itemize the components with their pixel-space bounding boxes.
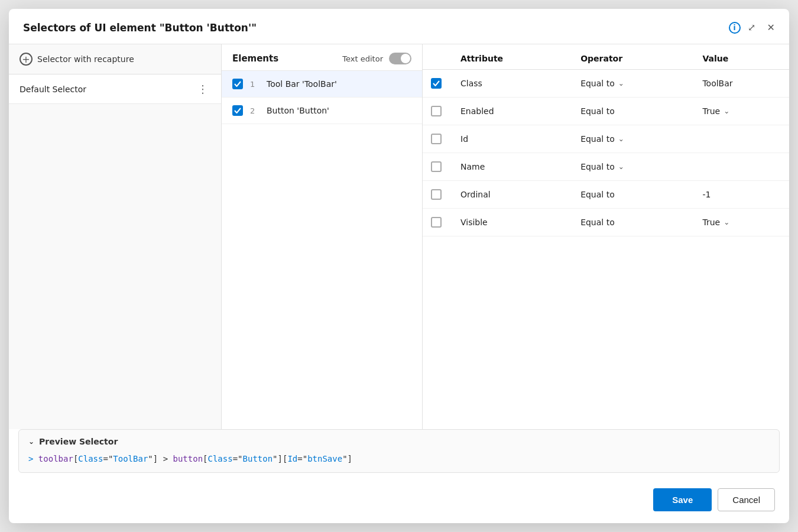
table-row: VisibleEqual toTrue⌄ <box>423 209 789 236</box>
right-panel: Attribute Operator Value ClassEqual to⌄T… <box>423 44 789 429</box>
attr-checkbox-cell <box>423 125 452 153</box>
mid-panel-header: Elements Text editor <box>222 44 422 71</box>
attr-operator: Equal to <box>572 209 694 236</box>
attr-value: True⌄ <box>694 98 789 125</box>
attr-name: Name <box>452 153 572 181</box>
attr-name: Enabled <box>452 98 572 125</box>
close-icon[interactable]: ✕ <box>765 20 777 35</box>
attr-operator: Equal to <box>572 98 694 125</box>
element-label: Button 'Button' <box>267 106 329 115</box>
main-dialog: Selectors of UI element "Button 'Button'… <box>9 9 789 523</box>
table-row: EnabledEqual toTrue⌄ <box>423 98 789 125</box>
attr-operator: Equal to⌄ <box>572 153 694 181</box>
operator-chevron-icon[interactable]: ⌄ <box>618 163 624 171</box>
attr-checkbox-cell <box>423 98 452 125</box>
preview-box: ⌄ Preview Selector > toolbar[Class="Tool… <box>18 429 780 473</box>
preview-chevron-icon: ⌄ <box>28 437 34 446</box>
operator-text: Equal to <box>580 162 615 171</box>
preview-toggle-row[interactable]: ⌄ Preview Selector <box>28 437 770 446</box>
attr-operator: Equal to⌄ <box>572 70 694 98</box>
attr-value <box>694 125 789 153</box>
col-checkbox <box>423 44 452 70</box>
text-editor-label: Text editor <box>342 54 383 63</box>
dialog-title: Selectors of UI element "Button 'Button'… <box>23 22 724 34</box>
selector-item-label: Default Selector <box>20 85 195 94</box>
value-text: True <box>702 106 720 116</box>
attr-value: True⌄ <box>694 209 789 236</box>
attr-operator: Equal to <box>572 181 694 209</box>
left-panel: + Selector with recapture Default Select… <box>9 44 222 429</box>
operator-text: Equal to <box>580 134 615 144</box>
preview-label: Preview Selector <box>39 437 118 446</box>
attr-checkbox[interactable] <box>431 106 442 116</box>
col-operator: Operator <box>572 44 694 70</box>
operator-text: Equal to <box>580 190 615 199</box>
plus-circle-icon: + <box>20 53 33 66</box>
save-button[interactable]: Save <box>653 488 712 511</box>
attr-checkbox[interactable] <box>431 134 442 144</box>
element-label: Tool Bar 'ToolBar' <box>267 79 337 89</box>
add-selector-label: Selector with recapture <box>37 54 134 64</box>
attr-checkbox[interactable] <box>431 161 442 172</box>
elements-list: 1Tool Bar 'ToolBar'2Button 'Button' <box>222 71 422 124</box>
mid-panel: Elements Text editor 1Tool Bar 'ToolBar'… <box>222 44 423 429</box>
dialog-footer-area: ⌄ Preview Selector > toolbar[Class="Tool… <box>9 429 789 523</box>
attributes-tbody: ClassEqual to⌄ToolBarEnabledEqual toTrue… <box>423 70 789 236</box>
table-row: NameEqual to⌄ <box>423 153 789 181</box>
element-checkbox[interactable] <box>232 79 243 89</box>
dialog-footer: Save Cancel <box>9 482 789 523</box>
info-icon[interactable]: i <box>729 22 741 34</box>
attr-checkbox[interactable] <box>431 78 442 89</box>
value-text: -1 <box>702 190 711 199</box>
attr-name: Id <box>452 125 572 153</box>
toggle-knob <box>401 54 410 63</box>
expand-icon[interactable]: ⤢ <box>745 20 758 35</box>
table-row: OrdinalEqual to-1 <box>423 181 789 209</box>
attributes-table: Attribute Operator Value ClassEqual to⌄T… <box>423 44 789 236</box>
element-number: 1 <box>250 80 259 89</box>
header-actions: ⤢ ✕ <box>745 20 777 35</box>
operator-text: Equal to <box>580 106 615 116</box>
operator-chevron-icon[interactable]: ⌄ <box>618 135 624 143</box>
operator-chevron-icon[interactable]: ⌄ <box>618 79 624 87</box>
attr-checkbox-cell <box>423 153 452 181</box>
text-editor-toggle[interactable] <box>389 53 411 64</box>
attr-name: Ordinal <box>452 181 572 209</box>
preview-code: > toolbar[Class="ToolBar"] > button[Clas… <box>28 452 770 465</box>
element-item[interactable]: 2Button 'Button' <box>222 98 422 124</box>
attr-value: -1 <box>694 181 789 209</box>
attr-value <box>694 153 789 181</box>
cancel-button[interactable]: Cancel <box>718 488 775 511</box>
attr-checkbox-cell <box>423 209 452 236</box>
attr-checkbox-cell <box>423 181 452 209</box>
three-dots-menu[interactable]: ⋮ <box>195 83 210 95</box>
selector-item[interactable]: Default Selector ⋮ <box>9 74 221 104</box>
attr-name: Class <box>452 70 572 98</box>
value-chevron-icon[interactable]: ⌄ <box>724 107 729 115</box>
attr-checkbox[interactable] <box>431 189 442 200</box>
attr-value: ToolBar <box>694 70 789 98</box>
table-row: ClassEqual to⌄ToolBar <box>423 70 789 98</box>
element-item[interactable]: 1Tool Bar 'ToolBar' <box>222 71 422 98</box>
table-row: IdEqual to⌄ <box>423 125 789 153</box>
operator-text: Equal to <box>580 79 615 88</box>
col-attribute: Attribute <box>452 44 572 70</box>
attr-name: Visible <box>452 209 572 236</box>
text-editor-row: Text editor <box>342 53 411 64</box>
dialog-body: + Selector with recapture Default Select… <box>9 44 789 429</box>
element-number: 2 <box>250 106 259 115</box>
value-text: True <box>702 218 720 227</box>
attr-checkbox-cell <box>423 70 452 98</box>
add-selector-button[interactable]: + Selector with recapture <box>9 44 221 74</box>
value-chevron-icon[interactable]: ⌄ <box>724 218 729 226</box>
dialog-header: Selectors of UI element "Button 'Button'… <box>9 9 789 44</box>
attr-operator: Equal to⌄ <box>572 125 694 153</box>
col-value: Value <box>694 44 789 70</box>
elements-title: Elements <box>232 53 278 64</box>
attr-checkbox[interactable] <box>431 217 442 228</box>
operator-text: Equal to <box>580 218 615 227</box>
element-checkbox[interactable] <box>232 105 243 116</box>
value-text: ToolBar <box>702 79 732 88</box>
